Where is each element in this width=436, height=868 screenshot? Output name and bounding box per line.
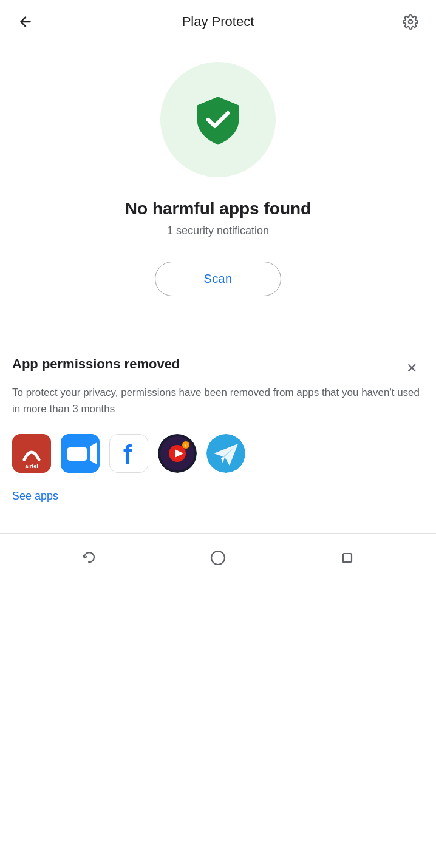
page-title: Play Protect [45, 14, 391, 30]
svg-text:f: f [123, 440, 132, 470]
settings-button[interactable] [397, 8, 424, 35]
svg-point-15 [211, 551, 225, 565]
nav-home-button[interactable] [203, 543, 233, 573]
header: Play Protect [0, 0, 436, 44]
main-content: No harmful apps found 1 security notific… [0, 44, 436, 339]
status-title: No harmful apps found [125, 199, 311, 219]
app-icon-zoom[interactable] [61, 434, 100, 473]
section-divider [0, 339, 436, 339]
shield-circle [160, 62, 276, 177]
app-icon-music[interactable]: ♪ [158, 434, 197, 473]
permissions-description: To protect your privacy, permissions hav… [12, 384, 424, 417]
app-icons-row: airtel f [12, 434, 424, 473]
permissions-title: App permissions removed [12, 356, 424, 372]
bottom-nav [0, 534, 436, 582]
permissions-card: ✕ App permissions removed To protect you… [0, 356, 436, 533]
see-apps-link[interactable]: See apps [12, 490, 58, 503]
nav-back-button[interactable] [73, 543, 104, 573]
svg-text:airtel: airtel [25, 463, 38, 469]
scan-button[interactable]: Scan [155, 262, 282, 296]
shield-check-icon [191, 92, 245, 147]
app-icon-facebook[interactable]: f [109, 434, 148, 473]
svg-text:♪: ♪ [184, 442, 187, 449]
svg-point-0 [409, 20, 413, 24]
app-icon-airtel[interactable]: airtel [12, 434, 51, 473]
status-subtitle: 1 security notification [167, 225, 269, 237]
back-button[interactable] [12, 8, 39, 35]
nav-recents-button[interactable] [332, 543, 363, 573]
close-button[interactable]: ✕ [400, 356, 424, 381]
app-icon-telegram[interactable] [206, 434, 245, 473]
svg-rect-4 [67, 447, 87, 461]
svg-marker-5 [90, 442, 97, 464]
